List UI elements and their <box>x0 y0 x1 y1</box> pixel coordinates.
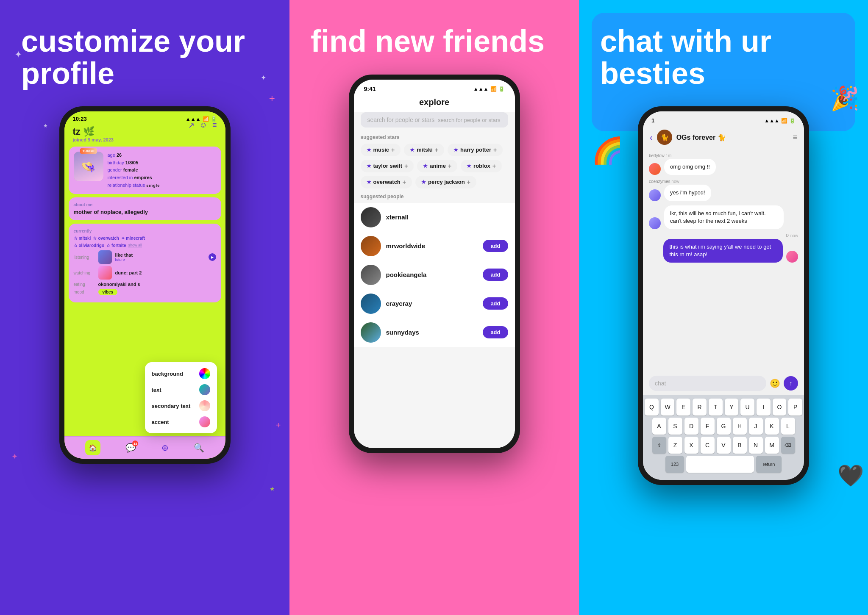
key-y[interactable]: Y <box>725 399 739 416</box>
heart-emoji: 🖤 <box>837 463 864 488</box>
phone-mockup-1: 10:23 ▲▲▲ 📶 🔋 tz 🌿 ↗ ☺ ≡ <box>59 106 231 464</box>
chat-input-box[interactable]: chat <box>649 376 766 391</box>
phone1-time: 10:23 <box>73 116 87 122</box>
key-q[interactable]: Q <box>645 399 659 416</box>
key-f[interactable]: F <box>701 418 715 435</box>
chat-menu-icon[interactable]: ≡ <box>793 133 797 142</box>
key-m[interactable]: M <box>765 437 779 454</box>
key-p[interactable]: P <box>788 399 802 416</box>
phone1-screen: 10:23 ▲▲▲ 📶 🔋 tz 🌿 ↗ ☺ ≡ <box>64 111 225 459</box>
key-return[interactable]: return <box>756 456 782 473</box>
phone1-username: tz 🌿 <box>73 126 95 137</box>
color-swatch-secondary[interactable] <box>199 400 210 411</box>
key-j[interactable]: J <box>749 418 763 435</box>
phone3-battery-icon: 🔋 <box>789 118 796 124</box>
add-button-craycray[interactable]: add <box>483 297 508 310</box>
color-picker-dropdown[interactable]: background text secondary text acce <box>145 362 217 433</box>
menu-icon[interactable]: ≡ <box>212 121 217 130</box>
key-g[interactable]: G <box>717 418 731 435</box>
phone1-bottom-nav: 🏠 💬 13 ⊕ 🔍 <box>64 436 225 459</box>
key-space[interactable] <box>686 456 754 473</box>
key-e[interactable]: E <box>676 399 690 416</box>
smiley-icon[interactable]: ☺ <box>200 121 207 130</box>
add-button-pookieangela[interactable]: add <box>483 269 508 281</box>
add-button-sunnydays[interactable]: add <box>483 326 508 338</box>
tag-harry-potter[interactable]: ★ harry potter + <box>448 144 503 156</box>
key-s[interactable]: S <box>668 418 682 435</box>
profile-rel-status: single <box>146 183 160 188</box>
key-b[interactable]: B <box>733 437 747 454</box>
color-swatch-accent[interactable] <box>199 416 210 427</box>
person-row-xternall: xternall <box>354 203 515 232</box>
tag-mitski-label: mitski <box>417 147 433 153</box>
key-123[interactable]: 123 <box>665 456 684 473</box>
play-button[interactable]: ▶ <box>209 253 216 261</box>
tag-roblox[interactable]: ★ roblox + <box>461 160 502 172</box>
tag-olivia[interactable]: ☆ oliviarodrigo <box>74 243 105 248</box>
search-bar[interactable]: search for people or stars search for pe… <box>361 112 508 127</box>
plus-pj: + <box>467 179 470 186</box>
key-o[interactable]: O <box>773 399 787 416</box>
key-r[interactable]: R <box>693 399 707 416</box>
msg-group-tz: tz now this is what i'm saying y'all we … <box>649 233 798 263</box>
add-button-mrworldwide[interactable]: add <box>483 240 508 252</box>
color-label-secondary: secondary text <box>152 403 191 409</box>
profile-details: age 26 birthday 1/8/05 gender female int… <box>108 152 160 189</box>
phone2-status-bar: 9:41 ▲▲▲ 📶 🔋 <box>354 80 515 96</box>
key-i[interactable]: I <box>757 399 771 416</box>
phone2-battery-icon: 🔋 <box>498 86 505 92</box>
key-k[interactable]: K <box>765 418 779 435</box>
color-label-text: text <box>152 387 161 393</box>
msg-bubble-coenzymes-1: yes i'm hyped! <box>664 185 711 201</box>
key-backspace[interactable]: ⌫ <box>781 437 795 454</box>
tag-percy-jackson[interactable]: ★ percy jackson + <box>415 176 476 188</box>
color-row-background[interactable]: background <box>152 368 210 379</box>
tag-fortnite[interactable]: ☆ fortnite <box>106 243 126 248</box>
watching-label: watching <box>74 271 95 275</box>
nav-search-icon[interactable]: 🔍 <box>194 443 204 453</box>
key-a[interactable]: A <box>652 418 666 435</box>
tag-anime[interactable]: ★ anime + <box>417 160 457 172</box>
color-row-text[interactable]: text <box>152 384 210 395</box>
nav-add-icon[interactable]: ⊕ <box>161 443 169 453</box>
key-u[interactable]: U <box>740 399 754 416</box>
key-c[interactable]: C <box>701 437 715 454</box>
nav-home[interactable]: 🏠 <box>85 440 100 455</box>
emoji-button[interactable]: 🙂 <box>770 378 780 388</box>
profile-avatar[interactable]: TURBO 👒 <box>74 152 103 181</box>
plus-hp: + <box>493 147 497 153</box>
profile-birthday: 1/8/05 <box>125 160 139 165</box>
key-d[interactable]: D <box>684 418 698 435</box>
key-w[interactable]: W <box>661 399 675 416</box>
person-name-mrworldwide: mrworldwide <box>386 242 478 249</box>
tag-overwatch[interactable]: ★ overwatch + <box>361 176 412 188</box>
key-shift[interactable]: ⇧ <box>652 437 666 454</box>
share-icon[interactable]: ↗ <box>188 121 195 130</box>
msg-meta-coenzymes: coenzymes now <box>649 179 798 184</box>
tag-taylor-swift[interactable]: ★ taylor swift + <box>361 160 414 172</box>
key-z[interactable]: Z <box>668 437 682 454</box>
color-row-accent[interactable]: accent <box>152 416 210 427</box>
msg-group-coenzymes-1: coenzymes now yes i'm hyped! <box>649 179 798 201</box>
color-swatch-text[interactable] <box>199 384 210 395</box>
key-v[interactable]: V <box>717 437 731 454</box>
tag-hp-label: harry potter <box>460 147 491 153</box>
color-swatch-background[interactable] <box>199 368 210 379</box>
tag-minecraft[interactable]: ✦ minecraft <box>121 236 145 241</box>
tag-overwatch[interactable]: ☆ overwatch <box>93 236 119 241</box>
key-n[interactable]: N <box>749 437 763 454</box>
show-all-link[interactable]: show all <box>128 243 142 248</box>
send-button[interactable]: ↑ <box>784 376 798 391</box>
key-h[interactable]: H <box>733 418 747 435</box>
back-arrow-icon[interactable]: ‹ <box>650 133 653 142</box>
phone2-wifi-icon: 📶 <box>490 86 497 92</box>
tag-mitski[interactable]: ★ mitski + <box>404 144 444 156</box>
key-l[interactable]: L <box>781 418 795 435</box>
avatar-coenzymes-2 <box>649 217 661 229</box>
tag-mitski[interactable]: ☆ mitski <box>74 236 91 241</box>
key-x[interactable]: X <box>684 437 698 454</box>
msg-group-bettylow: bettylow 1m omg omg omg !! <box>649 153 798 175</box>
color-row-secondary[interactable]: secondary text <box>152 400 210 411</box>
tag-music[interactable]: ★ music + <box>361 144 401 156</box>
key-t[interactable]: T <box>709 399 723 416</box>
